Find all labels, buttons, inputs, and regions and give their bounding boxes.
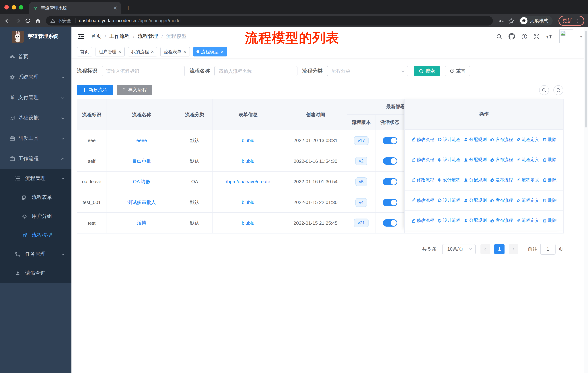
process-key-input[interactable] <box>102 66 185 76</box>
github-icon[interactable] <box>509 33 515 40</box>
active-status-toggle[interactable] <box>383 199 397 206</box>
toggle-search-button[interactable] <box>539 85 549 95</box>
process-name-input[interactable] <box>214 66 297 76</box>
sidebar-item-home[interactable]: 首页 <box>0 47 72 67</box>
process-category-select[interactable]: 流程分类 <box>327 66 408 76</box>
password-key-icon[interactable] <box>497 18 504 24</box>
new-tab-button[interactable]: + <box>126 4 130 12</box>
publish-process-link[interactable]: 发布流程 <box>490 157 513 163</box>
publish-process-link[interactable]: 发布流程 <box>490 197 513 203</box>
delete-link[interactable]: 删除 <box>542 157 557 163</box>
tag-process-model[interactable]: 流程模型 ✕ <box>193 47 227 56</box>
modify-process-link[interactable]: 修改流程 <box>411 217 434 224</box>
create-process-button[interactable]: 新建流程 <box>77 85 113 95</box>
reset-button[interactable]: 重置 <box>445 66 470 76</box>
modify-process-link[interactable]: 修改流程 <box>411 177 434 183</box>
search-button[interactable]: 搜索 <box>414 66 440 76</box>
process-name-link[interactable]: OA 请假 <box>133 179 150 184</box>
form-info-link[interactable]: biubiu <box>242 200 254 205</box>
sidebar-item-leave-query[interactable]: 请假查询 <box>0 264 72 283</box>
tag-close-icon[interactable]: ✕ <box>118 49 121 54</box>
scrollbar[interactable] <box>584 27 588 373</box>
active-status-toggle[interactable] <box>383 137 397 144</box>
bookmark-star-icon[interactable] <box>507 18 515 24</box>
sidebar-item-infra[interactable]: 基础设施 <box>0 108 72 128</box>
minimize-window-button[interactable] <box>12 5 16 9</box>
sidebar-item-user-group[interactable]: 用户分组 <box>0 207 72 226</box>
form-info-link[interactable]: biubiu <box>242 159 254 164</box>
tag-tenant[interactable]: 租户管理 ✕ <box>95 47 125 56</box>
tag-my-process[interactable]: 我的流程 ✕ <box>128 47 157 56</box>
design-process-link[interactable]: 设计流程 <box>437 177 460 183</box>
avatar-caret-icon[interactable]: ▼ <box>579 34 583 39</box>
delete-link[interactable]: 删除 <box>542 217 557 224</box>
current-page-button[interactable]: 1 <box>494 244 504 254</box>
process-name-link[interactable]: eeee <box>136 138 147 143</box>
assign-rule-link[interactable]: 分配规则 <box>464 157 487 163</box>
design-process-link[interactable]: 设计流程 <box>437 217 460 224</box>
collapse-sidebar-icon[interactable] <box>77 33 84 40</box>
sidebar-item-process-mgmt[interactable]: 流程管理 <box>0 169 72 188</box>
browser-menu-icon[interactable]: ⋮ <box>575 18 580 23</box>
publish-process-link[interactable]: 发布流程 <box>490 137 513 143</box>
sidebar-item-process-form[interactable]: 流程表单 <box>0 188 72 207</box>
process-definition-link[interactable]: 流程定义 <box>516 197 539 203</box>
tag-close-icon[interactable]: ✕ <box>220 49 224 54</box>
sidebar-item-system[interactable]: 系统管理 <box>0 67 72 87</box>
publish-process-link[interactable]: 发布流程 <box>490 217 513 224</box>
publish-process-link[interactable]: 发布流程 <box>490 177 513 183</box>
assign-rule-link[interactable]: 分配规则 <box>464 217 487 224</box>
process-definition-link[interactable]: 流程定义 <box>516 137 539 143</box>
breadcrumb-workflow[interactable]: 工作流程 <box>109 33 130 40</box>
sidebar-logo[interactable]: 芋道管理系统 <box>0 27 72 46</box>
sidebar-item-process-model[interactable]: 流程模型 <box>0 226 72 245</box>
design-process-link[interactable]: 设计流程 <box>437 157 460 163</box>
avatar[interactable] <box>559 30 573 43</box>
design-process-link[interactable]: 设计流程 <box>437 137 460 143</box>
forward-icon[interactable] <box>14 18 21 24</box>
import-process-button[interactable]: 导入流程 <box>117 85 152 95</box>
tab-close-icon[interactable]: ✕ <box>113 5 117 10</box>
assign-rule-link[interactable]: 分配规则 <box>464 197 487 203</box>
form-info-link[interactable]: biubiu <box>242 138 254 143</box>
fullscreen-icon[interactable] <box>534 33 540 40</box>
delete-link[interactable]: 删除 <box>542 177 557 183</box>
refresh-table-button[interactable] <box>553 85 563 95</box>
design-process-link[interactable]: 设计流程 <box>437 197 460 203</box>
modify-process-link[interactable]: 修改流程 <box>411 137 434 143</box>
zoom-window-button[interactable] <box>19 5 23 9</box>
page-size-select[interactable]: 10条/页 <box>442 244 476 254</box>
active-status-toggle[interactable] <box>383 219 397 227</box>
assign-rule-link[interactable]: 分配规则 <box>464 177 487 183</box>
prev-page-button[interactable] <box>481 244 490 254</box>
tag-process-form[interactable]: 流程表单 ✕ <box>161 47 190 56</box>
reload-icon[interactable] <box>24 18 31 24</box>
back-icon[interactable] <box>4 18 11 24</box>
search-icon[interactable] <box>496 33 502 40</box>
next-page-button[interactable] <box>509 244 518 254</box>
security-label[interactable]: 不安全 <box>58 18 71 24</box>
url-bar[interactable]: 不安全 dashboard.yudao.iocoder.cn/bpm/manag… <box>46 16 493 26</box>
modify-process-link[interactable]: 修改流程 <box>411 157 434 163</box>
goto-page-input[interactable] <box>540 244 556 255</box>
home-icon[interactable] <box>34 18 42 24</box>
sidebar-item-payment[interactable]: ¥ 支付管理 <box>0 87 72 108</box>
breadcrumb-home[interactable]: 首页 <box>91 33 101 40</box>
process-definition-link[interactable]: 流程定义 <box>516 177 539 183</box>
sidebar-item-task-mgmt[interactable]: 任务管理 <box>0 245 72 264</box>
process-name-link[interactable]: 滔博 <box>137 220 146 225</box>
update-label[interactable]: 更新 <box>562 18 572 24</box>
tag-close-icon[interactable]: ✕ <box>183 49 187 54</box>
scrollbar-thumb[interactable] <box>585 31 587 128</box>
tag-close-icon[interactable]: ✕ <box>151 49 154 54</box>
browser-update-button[interactable]: 更新 ⋮ <box>558 16 584 26</box>
sidebar-item-devtools[interactable]: 研发工具 <box>0 128 72 149</box>
close-window-button[interactable] <box>4 5 9 9</box>
assign-rule-link[interactable]: 分配规则 <box>464 137 487 143</box>
sidebar-item-workflow[interactable]: 工作流程 <box>0 149 72 169</box>
delete-link[interactable]: 删除 <box>542 197 557 203</box>
help-icon[interactable]: ? <box>521 33 527 40</box>
tag-home[interactable]: 首页 <box>77 47 92 56</box>
form-info-link[interactable]: biubiu <box>242 220 254 226</box>
process-name-link[interactable]: 自己审批 <box>132 158 151 164</box>
